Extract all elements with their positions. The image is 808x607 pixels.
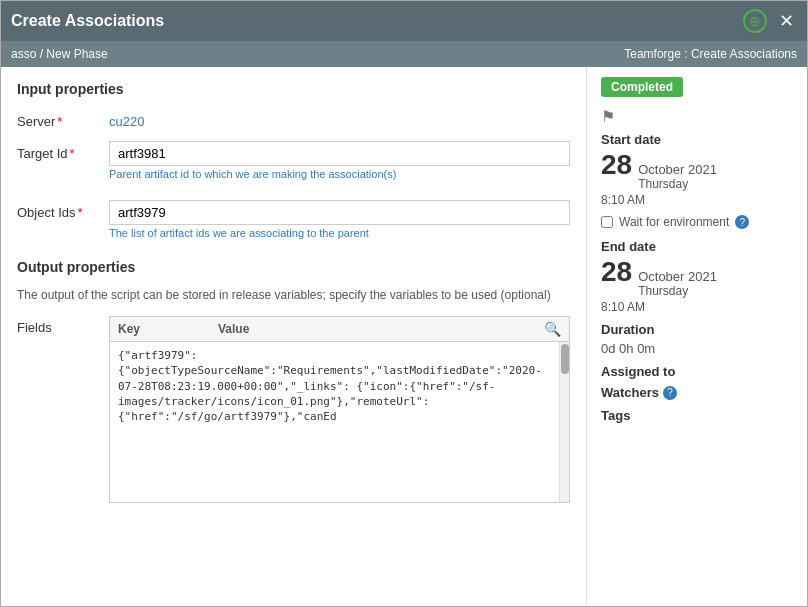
dialog: Create Associations ⊕ ✕ asso / New Phase… bbox=[0, 0, 808, 607]
right-panel: Completed ⚑ Start date 28 October 2021 T… bbox=[587, 67, 807, 606]
scrollbar-thumb bbox=[561, 344, 569, 374]
duration-value: 0d 0h 0m bbox=[601, 341, 793, 356]
watchers-help-icon[interactable]: ? bbox=[663, 386, 677, 400]
assigned-to-label: Assigned to bbox=[601, 364, 675, 379]
completed-badge: Completed bbox=[601, 77, 683, 97]
col-value-header: Value bbox=[218, 322, 544, 336]
breadcrumb-right: Teamforge : Create Associations bbox=[624, 47, 797, 61]
wait-for-env-checkbox[interactable] bbox=[601, 216, 613, 228]
output-desc: The output of the script can be stored i… bbox=[17, 287, 570, 304]
col-key-header: Key bbox=[118, 322, 218, 336]
fields-scrollbar[interactable] bbox=[559, 342, 569, 502]
breadcrumb-bar: asso / New Phase Teamforge : Create Asso… bbox=[1, 41, 807, 67]
object-ids-required: * bbox=[78, 205, 83, 220]
start-time: 8:10 AM bbox=[601, 193, 793, 207]
tags-label: Tags bbox=[601, 408, 793, 423]
fields-table-header: Key Value 🔍 bbox=[110, 317, 569, 342]
target-id-required: * bbox=[70, 146, 75, 161]
end-month-year: October 2021 bbox=[638, 269, 717, 284]
server-required: * bbox=[57, 114, 62, 129]
wait-for-env-label: Wait for environment bbox=[619, 215, 729, 229]
end-time: 8:10 AM bbox=[601, 300, 793, 314]
output-section-title: Output properties bbox=[17, 259, 570, 275]
fields-cell-value: {"artf3979": {"objectTypeSourceName":"Re… bbox=[110, 342, 569, 431]
target-id-hint: Parent artifact id to which we are makin… bbox=[109, 168, 570, 180]
object-ids-input-block: The list of artifact ids we are associat… bbox=[109, 200, 570, 247]
object-ids-hint: The list of artifact ids we are associat… bbox=[109, 227, 570, 239]
title-bar: Create Associations ⊕ ✕ bbox=[1, 1, 807, 41]
tags-section: Tags bbox=[601, 408, 793, 423]
fields-table-body[interactable]: {"artf3979": {"objectTypeSourceName":"Re… bbox=[110, 342, 569, 502]
server-label: Server* bbox=[17, 109, 97, 129]
left-panel: Input properties Server* cu220 Target Id… bbox=[1, 67, 587, 606]
flag-icon: ⚑ bbox=[601, 107, 793, 126]
dialog-title: Create Associations bbox=[11, 12, 164, 30]
wait-for-env-help-icon[interactable]: ? bbox=[735, 215, 749, 229]
end-weekday: Thursday bbox=[638, 284, 717, 298]
object-ids-row: Object Ids* The list of artifact ids we … bbox=[17, 200, 570, 247]
fields-label: Fields bbox=[17, 316, 97, 335]
end-day: 28 bbox=[601, 258, 632, 286]
fields-table: Key Value 🔍 {"artf3979": {"objectTypeSou… bbox=[109, 316, 570, 503]
input-section-title: Input properties bbox=[17, 81, 570, 97]
wait-for-env-row: Wait for environment ? bbox=[601, 215, 793, 229]
object-ids-label: Object Ids* bbox=[17, 200, 97, 220]
assigned-to-section: Assigned to Watchers ? bbox=[601, 364, 793, 400]
object-ids-input[interactable] bbox=[109, 200, 570, 225]
target-id-input[interactable] bbox=[109, 141, 570, 166]
close-button[interactable]: ✕ bbox=[775, 10, 797, 32]
server-value: cu220 bbox=[109, 109, 144, 129]
title-bar-right: ⊕ ✕ bbox=[743, 9, 797, 33]
target-id-label: Target Id* bbox=[17, 141, 97, 161]
end-date-label: End date bbox=[601, 239, 793, 254]
start-date-label: Start date bbox=[601, 132, 793, 147]
start-day: 28 bbox=[601, 151, 632, 179]
target-id-row: Target Id* Parent artifact id to which w… bbox=[17, 141, 570, 188]
duration-label: Duration bbox=[601, 322, 793, 337]
start-weekday: Thursday bbox=[638, 177, 717, 191]
title-bar-left: Create Associations bbox=[11, 12, 164, 30]
output-section: Output properties The output of the scri… bbox=[17, 259, 570, 503]
breadcrumb-left: asso / New Phase bbox=[11, 47, 108, 61]
watchers-label: Watchers bbox=[601, 385, 659, 400]
fields-row: Fields Key Value 🔍 {"artf3979": {"object… bbox=[17, 316, 570, 503]
main-content: Input properties Server* cu220 Target Id… bbox=[1, 67, 807, 606]
search-icon[interactable]: 🔍 bbox=[544, 321, 561, 337]
globe-icon[interactable]: ⊕ bbox=[743, 9, 767, 33]
server-row: Server* cu220 bbox=[17, 109, 570, 129]
target-id-input-block: Parent artifact id to which we are makin… bbox=[109, 141, 570, 188]
start-month-year: October 2021 bbox=[638, 162, 717, 177]
